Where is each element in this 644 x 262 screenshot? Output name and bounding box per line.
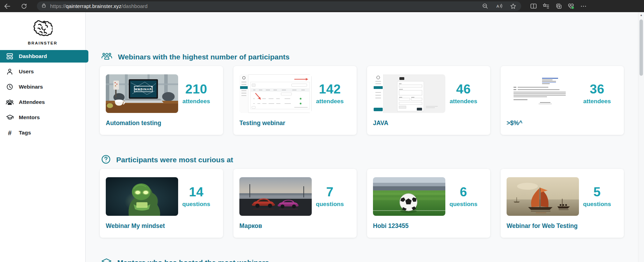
card-stat: 210 attendees bbox=[174, 74, 218, 113]
curious-card-markov[interactable]: 7 questions Марков bbox=[233, 169, 357, 238]
section-curious-header: Participants were most curious at bbox=[100, 154, 638, 165]
question-count: 5 bbox=[593, 186, 601, 198]
brain-logo-icon bbox=[33, 33, 53, 39]
card-thumbnail: WEBINAR bbox=[106, 74, 178, 113]
sidebar-item-label: Webinars bbox=[19, 84, 43, 90]
refresh-icon[interactable] bbox=[19, 2, 29, 11]
people-group-icon bbox=[101, 52, 112, 62]
browser-toolbar: https://qainterrapt.brainster.xyz/dashbo… bbox=[0, 0, 644, 12]
mentor-cap-icon bbox=[101, 258, 112, 262]
card-title: Testing webinar bbox=[239, 120, 357, 127]
favorite-star-icon[interactable] bbox=[509, 2, 518, 11]
hash-icon: # bbox=[6, 130, 14, 136]
url-text[interactable]: https://qainterrapt.brainster.xyz/dashbo… bbox=[50, 3, 481, 9]
question-circle-icon bbox=[101, 155, 111, 165]
curious-cards-row: 14 questions Webinar My mindset bbox=[100, 169, 638, 238]
stat-unit: attendees bbox=[316, 98, 343, 105]
section-title: Mentors who has hosted the most webinars bbox=[117, 259, 269, 262]
attendee-count: 46 bbox=[456, 83, 471, 96]
webinar-cards-row: WEBINAR 210 attendees Automation testing bbox=[100, 66, 638, 135]
stat-unit: attendees bbox=[450, 98, 477, 105]
lock-icon[interactable] bbox=[41, 3, 47, 10]
card-thumbnail bbox=[373, 177, 445, 216]
question-count: 14 bbox=[189, 186, 204, 198]
attendee-count: 210 bbox=[185, 83, 207, 96]
dashboard-content: Webinars with the highest number of part… bbox=[86, 12, 638, 262]
curious-card-my-mindset[interactable]: 14 questions Webinar My mindset bbox=[100, 169, 223, 238]
brand-logo: BRAINSTER bbox=[0, 12, 85, 45]
card-stat: 46 attendees bbox=[442, 74, 485, 113]
zoom-out-icon[interactable] bbox=[481, 2, 490, 11]
card-thumbnail bbox=[373, 74, 445, 113]
card-stat: 14 questions bbox=[174, 177, 218, 216]
scrollbar-thumb[interactable] bbox=[639, 19, 643, 76]
card-title: Марков bbox=[239, 222, 357, 230]
card-title: JAVA bbox=[373, 120, 490, 127]
card-stat: 7 questions bbox=[308, 177, 352, 216]
section-mentors-header: Mentors who has hosted the most webinars bbox=[100, 257, 638, 262]
sidebar-item-tags[interactable]: # Tags bbox=[0, 126, 85, 139]
read-aloud-icon[interactable]: A bbox=[495, 2, 504, 11]
sidebar-nav: Dashboard Users Webinars Attendees bbox=[0, 50, 85, 139]
stat-unit: questions bbox=[583, 201, 611, 208]
card-title: Webinar for Web Testing bbox=[507, 222, 624, 230]
card-thumbnail bbox=[507, 177, 579, 216]
sidebar-item-webinars[interactable]: Webinars bbox=[0, 81, 85, 93]
user-icon bbox=[6, 68, 14, 75]
sidebar-item-dashboard[interactable]: Dashboard bbox=[0, 50, 88, 63]
card-title: Automation testing bbox=[106, 120, 223, 127]
stat-unit: questions bbox=[316, 201, 344, 208]
stat-unit: attendees bbox=[583, 98, 611, 105]
stat-unit: attendees bbox=[182, 98, 210, 105]
svg-text:A: A bbox=[496, 3, 499, 8]
sidebar-item-label: Dashboard bbox=[19, 53, 47, 59]
mentor-cap-icon bbox=[6, 114, 14, 121]
svg-text:WEBINAR: WEBINAR bbox=[135, 88, 152, 91]
section-title: Participants were most curious at bbox=[116, 156, 233, 164]
vertical-scrollbar[interactable]: ▲ bbox=[638, 12, 644, 262]
back-icon[interactable] bbox=[3, 2, 12, 11]
card-stat: 36 attendees bbox=[575, 74, 619, 113]
webinar-card-java[interactable]: 46 attendees JAVA bbox=[367, 66, 490, 135]
collections-icon[interactable] bbox=[554, 2, 563, 11]
sidebar-item-users[interactable]: Users bbox=[0, 65, 85, 78]
split-screen-icon[interactable] bbox=[529, 2, 538, 11]
sidebar-item-label: Users bbox=[19, 68, 34, 75]
card-thumbnail bbox=[507, 74, 579, 113]
address-bar[interactable]: https://qainterrapt.brainster.xyz/dashbo… bbox=[37, 1, 521, 11]
card-thumbnail bbox=[239, 74, 312, 113]
section-title: Webinars with the highest number of part… bbox=[118, 53, 289, 61]
sidebar-item-label: Tags bbox=[19, 130, 31, 136]
clock-icon bbox=[6, 83, 14, 91]
more-icon[interactable] bbox=[579, 2, 588, 11]
card-stat: 6 questions bbox=[442, 177, 485, 216]
curious-card-web-testing[interactable]: 5 questions Webinar for Web Testing bbox=[501, 169, 624, 238]
sidebar-item-mentors[interactable]: Mentors bbox=[0, 111, 85, 124]
stat-unit: questions bbox=[182, 201, 210, 208]
dashboard-icon bbox=[6, 52, 14, 60]
question-count: 7 bbox=[326, 186, 333, 198]
scroll-up-arrow-icon[interactable]: ▲ bbox=[638, 12, 644, 18]
card-stat: 5 questions bbox=[575, 177, 619, 216]
sidebar-item-attendees[interactable]: Attendees bbox=[0, 96, 85, 108]
webinar-card-testing-webinar[interactable]: 142 attendees Testing webinar bbox=[233, 66, 357, 135]
card-thumbnail bbox=[239, 177, 312, 216]
sidebar-item-label: Attendees bbox=[19, 99, 45, 105]
attendee-count: 142 bbox=[319, 83, 341, 96]
webinar-card-automation-testing[interactable]: WEBINAR 210 attendees Automation testing bbox=[100, 66, 223, 135]
attendees-icon bbox=[6, 98, 14, 106]
brand-name: BRAINSTER bbox=[0, 41, 85, 45]
sidebar-item-label: Mentors bbox=[19, 114, 40, 121]
card-thumbnail bbox=[106, 177, 178, 216]
card-title: Webinar My mindset bbox=[106, 222, 223, 230]
question-count: 6 bbox=[460, 186, 467, 198]
section-webinars-header: Webinars with the highest number of part… bbox=[100, 51, 638, 63]
card-title: Hobi 123455 bbox=[373, 222, 490, 230]
favorites-list-icon[interactable] bbox=[541, 2, 550, 11]
webinar-card-special-chars[interactable]: 36 attendees >$%^ bbox=[501, 66, 624, 135]
curious-card-hobi[interactable]: 6 questions Hobi 123455 bbox=[367, 169, 490, 238]
browser-essentials-icon[interactable] bbox=[566, 2, 575, 11]
card-title: >$%^ bbox=[507, 120, 624, 127]
sidebar: BRAINSTER Dashboard Users Webinars bbox=[0, 12, 86, 262]
card-stat: 142 attendees bbox=[308, 74, 352, 113]
